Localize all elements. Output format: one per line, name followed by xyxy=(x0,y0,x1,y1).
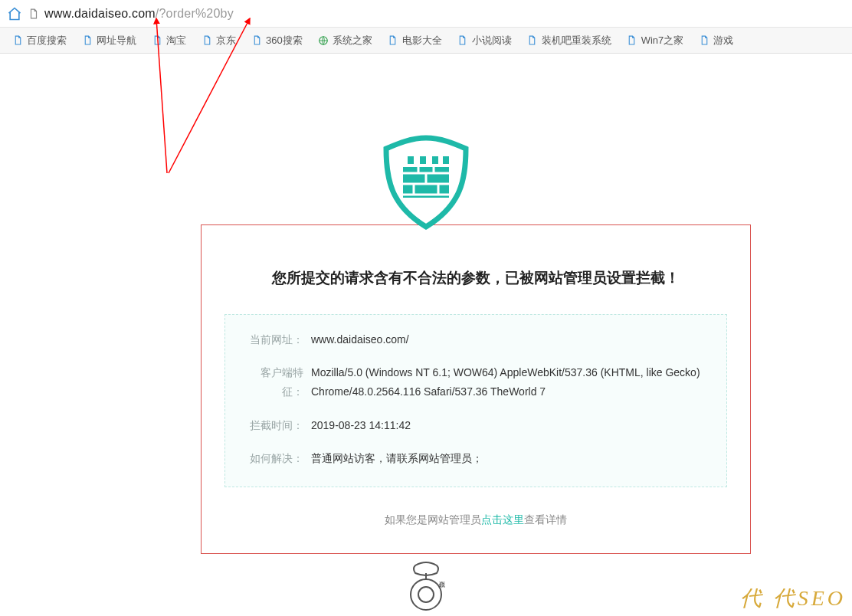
bookmark-label: 游戏 xyxy=(713,34,733,48)
block-heading: 您所提交的请求含有不合法的参数，已被网站管理员设置拦截！ xyxy=(224,268,727,288)
bookmark-item[interactable]: 360搜索 xyxy=(245,31,309,51)
row-solution: 如何解决： 普通网站访客，请联系网站管理员； xyxy=(242,449,709,468)
file-icon xyxy=(699,35,709,46)
svg-rect-6 xyxy=(420,156,426,164)
row-blocked-at: 拦截时间： 2019-08-23 14:11:42 xyxy=(242,416,709,435)
block-footer: 如果您是网站管理员点击这里查看详情 xyxy=(224,513,727,527)
bookmark-item[interactable]: 百度搜索 xyxy=(6,31,73,51)
svg-rect-7 xyxy=(432,156,438,164)
bookmark-label: 京东 xyxy=(216,34,236,48)
bookmark-item[interactable]: 系统之家 xyxy=(312,31,378,51)
bookmarks-bar: 百度搜索网址导航淘宝京东360搜索系统之家电影大全小说阅读装机吧重装系统Win7… xyxy=(0,28,852,54)
value-blocked-at: 2019-08-23 14:11:42 xyxy=(311,416,709,435)
bookmark-item[interactable]: 小说阅读 xyxy=(451,31,518,51)
row-current-url: 当前网址： www.daidaiseo.com/ xyxy=(242,330,709,349)
bookmark-item[interactable]: 游戏 xyxy=(693,31,739,51)
label-current-url: 当前网址： xyxy=(242,330,311,349)
bookmark-label: Win7之家 xyxy=(641,34,684,48)
label-solution: 如何解决： xyxy=(242,449,311,468)
bookmark-item[interactable]: 电影大全 xyxy=(382,31,448,51)
watermark: 代 代SEO xyxy=(740,584,846,613)
file-icon xyxy=(251,35,262,46)
address-bar: www.daidaiseo.com/?order%20by xyxy=(0,0,852,28)
value-solution: 普通网站访客，请联系网站管理员； xyxy=(311,449,709,468)
svg-point-18 xyxy=(418,587,434,602)
bookmark-item[interactable]: 淘宝 xyxy=(146,31,192,51)
svg-point-17 xyxy=(411,579,441,610)
bookmark-item[interactable]: Win7之家 xyxy=(621,31,690,51)
file-icon xyxy=(202,35,212,46)
bookmark-item[interactable]: 京东 xyxy=(195,31,242,51)
bookmark-label: 小说阅读 xyxy=(472,34,512,48)
block-panel: 您所提交的请求含有不合法的参数，已被网站管理员设置拦截！ 当前网址： www.d… xyxy=(201,224,751,554)
bookmark-item[interactable]: 装机吧重装系统 xyxy=(521,31,618,51)
bookmark-label: 百度搜索 xyxy=(27,34,67,48)
bookmark-label: 电影大全 xyxy=(402,34,442,48)
bookmark-item[interactable]: 网址导航 xyxy=(76,31,143,51)
page-file-icon xyxy=(28,8,40,20)
footer-prefix: 如果您是网站管理员 xyxy=(385,513,481,526)
file-icon xyxy=(527,35,538,46)
footer-decoration: 百锐 xyxy=(0,561,852,614)
url-query: /?order%20by xyxy=(156,7,234,20)
globe-icon xyxy=(318,35,329,46)
bookmark-label: 网址导航 xyxy=(97,34,136,48)
file-icon xyxy=(152,35,162,46)
block-details: 当前网址： www.daidaiseo.com/ 客户端特征： Mozilla/… xyxy=(224,314,727,487)
bookmark-label: 360搜索 xyxy=(266,34,303,48)
footer-suffix: 查看详情 xyxy=(524,513,567,526)
value-current-url: www.daidaiseo.com/ xyxy=(311,330,709,349)
url-host: www.daidaiseo.com xyxy=(44,7,156,20)
admin-link[interactable]: 点击这里 xyxy=(481,513,524,526)
file-icon xyxy=(12,35,23,46)
bookmark-label: 装机吧重装系统 xyxy=(542,34,611,48)
label-blocked-at: 拦截时间： xyxy=(242,416,311,435)
value-user-agent: Mozilla/5.0 (Windows NT 6.1; WOW64) Appl… xyxy=(311,363,709,401)
file-icon xyxy=(627,35,637,46)
bookmark-label: 淘宝 xyxy=(166,34,186,48)
shield-icon xyxy=(0,133,852,231)
bookmark-label: 系统之家 xyxy=(333,34,372,48)
home-icon[interactable] xyxy=(6,5,23,22)
file-icon xyxy=(388,35,398,46)
row-user-agent: 客户端特征： Mozilla/5.0 (Windows NT 6.1; WOW6… xyxy=(242,363,709,401)
label-user-agent: 客户端特征： xyxy=(242,363,311,401)
svg-rect-8 xyxy=(443,156,449,164)
file-icon xyxy=(82,35,93,46)
file-icon xyxy=(457,35,468,46)
svg-rect-5 xyxy=(408,156,414,164)
url-input[interactable]: www.daidaiseo.com/?order%20by xyxy=(44,7,846,21)
